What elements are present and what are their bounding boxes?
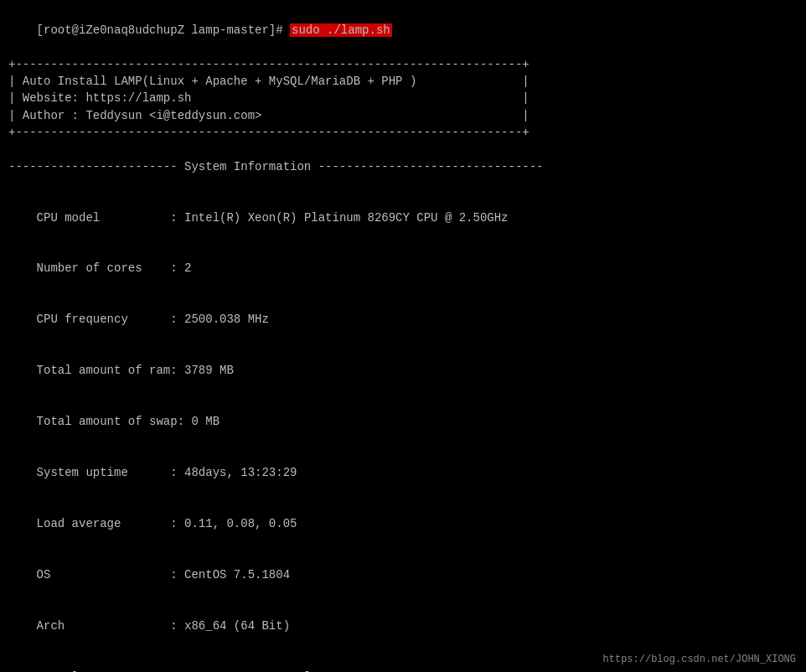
blank-line-1 xyxy=(8,141,798,158)
swap-label: Total amount of swap xyxy=(37,415,178,428)
cpu-model-value: : Intel(R) Xeon(R) Platinum 8269CY CPU @… xyxy=(170,211,508,225)
os-row: OS : CentOS 7.5.1804 xyxy=(8,550,798,601)
banner-bottom-border: +---------------------------------------… xyxy=(8,124,798,141)
load-label: Load average xyxy=(37,517,171,530)
uptime-label: System uptime xyxy=(37,466,171,479)
arch-label: Arch xyxy=(37,619,171,633)
command-prompt-line: [root@iZe0naq8udchupZ lamp-master]# sudo… xyxy=(8,5,798,56)
cpu-model-label: CPU model xyxy=(37,211,171,225)
swap-value: : 0 MB xyxy=(178,415,220,428)
command-text: sudo ./lamp.sh xyxy=(290,23,392,37)
os-label: OS xyxy=(37,568,171,582)
banner-top-border: +---------------------------------------… xyxy=(8,56,798,73)
freq-label: CPU frequency xyxy=(37,313,171,326)
terminal-window: [root@iZe0naq8udchupZ lamp-master]# sudo… xyxy=(0,0,806,672)
load-row: Load average : 0.11, 0.08, 0.05 xyxy=(8,499,798,550)
cpu-model-row: CPU model : Intel(R) Xeon(R) Platinum 82… xyxy=(8,192,798,243)
ram-label: Total amount of ram xyxy=(37,364,171,377)
cores-row: Number of cores : 2 xyxy=(8,243,798,294)
uptime-value: : 48days, 13:23:29 xyxy=(170,466,297,479)
arch-row: Arch : x86_64 (64 Bit) xyxy=(8,600,798,651)
watermark: https://blog.csdn.net/JOHN_XIONG xyxy=(603,654,796,665)
prompt-text: [root@iZe0naq8udchupZ lamp-master]# xyxy=(37,23,290,37)
os-value: : CentOS 7.5.1804 xyxy=(170,568,290,582)
cores-label: Number of cores xyxy=(37,261,171,275)
cores-value: : 2 xyxy=(170,261,191,275)
freq-value: : 2500.038 MHz xyxy=(170,313,269,326)
freq-row: CPU frequency : 2500.038 MHz xyxy=(8,294,798,345)
load-value: : 0.11, 0.08, 0.05 xyxy=(170,517,297,530)
ram-value: : 3789 MB xyxy=(170,364,234,377)
blank-line-2 xyxy=(8,175,798,192)
system-info-header: ------------------------ System Informat… xyxy=(8,158,798,175)
swap-row: Total amount of swap: 0 MB xyxy=(8,396,798,447)
ram-row: Total amount of ram: 3789 MB xyxy=(8,345,798,396)
arch-value: : x86_64 (64 Bit) xyxy=(170,619,290,633)
banner-line-website: | Website: https://lamp.sh | xyxy=(8,90,798,106)
banner-line-author: | Author : Teddysun <i@teddysun.com> | xyxy=(8,107,798,124)
uptime-row: System uptime : 48days, 13:23:29 xyxy=(8,447,798,499)
banner-line-lamp: | Auto Install LAMP(Linux + Apache + MyS… xyxy=(8,73,798,90)
